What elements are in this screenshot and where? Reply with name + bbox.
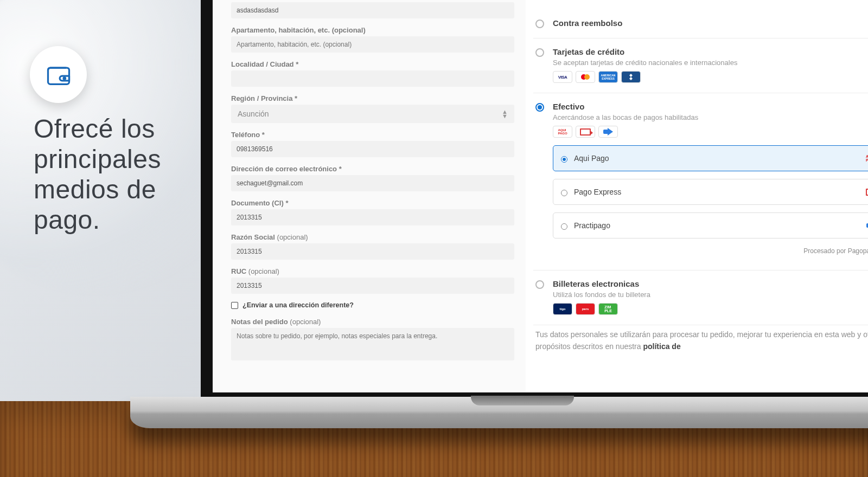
razon-field: Razón Social (opcional)	[231, 233, 514, 260]
razon-input[interactable]	[231, 243, 514, 260]
notes-label: Notas del pedido (opcional)	[231, 318, 514, 326]
radio-wallet[interactable]	[535, 280, 544, 289]
visa-icon: VISA	[553, 71, 572, 83]
cards-title: Tarjetas de crédito	[553, 47, 868, 56]
privacy-text: Tus datos personales se utilizarán para …	[535, 330, 868, 351]
city-label: Localidad / Ciudad *	[231, 60, 514, 68]
razon-label: Razón Social (opcional)	[231, 233, 514, 241]
doc-input[interactable]	[231, 209, 514, 225]
amex-icon: AMERICANEXPRESS	[598, 71, 618, 83]
cash-sub-options: Aqui Pago AQUIPAGO Pago Express	[553, 145, 868, 238]
email-field: Dirección de correo electrónico *	[231, 165, 514, 191]
sub-option-practipago[interactable]: Practipago	[553, 212, 868, 238]
privacy-link[interactable]: política de	[643, 342, 680, 351]
wallet-desc: Utilizá los fondos de tu billetera	[553, 291, 868, 299]
address-field	[231, 2, 514, 18]
payment-methods: Contra reembolso Tarjetas de crédito Se …	[525, 0, 868, 392]
radio-cash[interactable]	[535, 103, 544, 112]
aquipago-brand-icon: AQUIPAGO	[864, 153, 868, 163]
tigo-money-icon: tigo	[553, 303, 572, 315]
region-value: Asunción	[238, 109, 269, 118]
zimple-icon: ZIMPLE	[598, 303, 618, 315]
sub-radio-pagoex[interactable]	[561, 190, 567, 196]
pagoexpress-brand-icon	[864, 187, 868, 197]
doc-field: Documento (CI) *	[231, 199, 514, 225]
processed-label: Procesado por Pagopar	[803, 247, 868, 255]
aquipago-icon: AQUIPAGO	[553, 126, 572, 138]
checkbox-icon	[231, 302, 238, 309]
mastercard-icon	[576, 71, 595, 83]
payment-option-cards[interactable]: Tarjetas de crédito Se aceptan tarjetas …	[533, 38, 868, 93]
ruc-input[interactable]	[231, 278, 514, 294]
checkout-page: Apartamento, habitación, etc. (opcional)…	[213, 0, 868, 392]
doc-label: Documento (CI) *	[231, 199, 514, 207]
cabal-icon	[621, 71, 641, 83]
cod-title: Contra reembolso	[553, 18, 868, 28]
ruc-label: RUC (opcional)	[231, 267, 514, 275]
cash-title: Efectivo	[553, 102, 868, 111]
svg-point-3	[584, 74, 590, 80]
phone-field: Teléfono *	[231, 131, 514, 157]
sub-label-aqui: Aqui Pago	[574, 154, 858, 163]
phone-input[interactable]	[231, 141, 514, 157]
card-logos: VISA AMERICANEXPRESS	[553, 71, 868, 83]
address-input[interactable]	[231, 2, 514, 18]
cash-desc: Acercándose a las bocas de pagos habilit…	[553, 113, 868, 121]
sub-option-aquipago[interactable]: Aqui Pago AQUIPAGO	[553, 145, 868, 171]
sub-label-practi: Practipago	[574, 221, 858, 230]
ship-different-label: ¿Enviar a una dirección diferente?	[242, 301, 354, 309]
radio-cod[interactable]	[535, 20, 544, 28]
laptop-base	[130, 397, 868, 428]
notes-field: Notas del pedido (opcional)	[231, 318, 514, 363]
practipago-brand-icon	[864, 221, 868, 230]
scene: Ofrecé los principales medios de pago. A…	[0, 0, 868, 477]
sub-radio-aqui[interactable]	[561, 156, 567, 163]
processed-by: Procesado por Pagopar	[553, 246, 868, 256]
svg-point-1	[63, 77, 65, 79]
wallet-logos: tigo pers ZIMPLE	[553, 303, 868, 315]
payment-option-cod[interactable]: Contra reembolso	[533, 10, 868, 38]
region-label: Región / Provincia *	[231, 94, 514, 102]
laptop-mockup: Apartamento, habitación, etc. (opcional)…	[201, 0, 868, 428]
hero-title: Ofrecé los principales medios de pago.	[34, 114, 196, 235]
billing-form: Apartamento, habitación, etc. (opcional)…	[213, 0, 525, 392]
email-input[interactable]	[231, 175, 514, 191]
apt-input[interactable]	[231, 36, 514, 53]
ship-different-checkbox[interactable]: ¿Enviar a una dirección diferente?	[231, 301, 514, 309]
radio-cards[interactable]	[535, 48, 544, 57]
wallet-icon	[30, 46, 87, 103]
region-select[interactable]: Asunción ▲▼	[231, 105, 514, 123]
sub-label-pagoex: Pago Express	[574, 188, 858, 196]
payment-option-wallet[interactable]: Billeteras electronicas Utilizá los fond…	[533, 270, 868, 325]
laptop-screen: Apartamento, habitación, etc. (opcional)…	[201, 0, 868, 398]
payment-option-cash[interactable]: Efectivo Acercándose a las bocas de pago…	[533, 93, 868, 270]
cash-logos: AQUIPAGO	[553, 126, 868, 138]
city-field: Localidad / Ciudad *	[231, 60, 514, 87]
wallet-title: Billeteras electronicas	[553, 279, 868, 288]
sub-option-pagoexpress[interactable]: Pago Express	[553, 179, 868, 205]
email-label: Dirección de correo electrónico *	[231, 165, 514, 173]
sub-radio-practi[interactable]	[561, 223, 567, 230]
region-field: Región / Provincia * Asunción ▲▼	[231, 94, 514, 123]
billetera-personal-icon: pers	[576, 303, 595, 315]
apt-label: Apartamento, habitación, etc. (opcional)	[231, 26, 514, 34]
practipago-icon	[598, 126, 618, 138]
city-input[interactable]	[231, 70, 514, 87]
apt-field: Apartamento, habitación, etc. (opcional)	[231, 26, 514, 53]
ruc-field: RUC (opcional)	[231, 267, 514, 294]
chevron-updown-icon: ▲▼	[502, 109, 508, 118]
notes-input[interactable]	[231, 328, 514, 360]
privacy-notice: Tus datos personales se utilizarán para …	[533, 325, 868, 352]
cards-desc: Se aceptan tarjetas de crédito nacionale…	[553, 59, 868, 67]
pagoexpress-icon	[576, 126, 595, 138]
phone-label: Teléfono *	[231, 131, 514, 139]
